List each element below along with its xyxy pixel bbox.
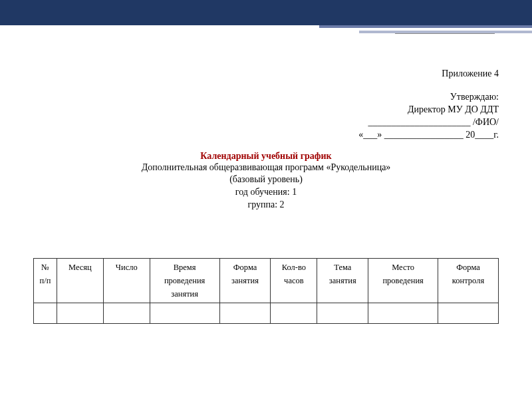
col-header-6: Темазанятия: [317, 259, 368, 303]
cell-7: [368, 303, 438, 324]
study-year: год обучения: 1: [33, 186, 499, 199]
approve-line-2: Директор МУ ДО ДДТ: [33, 104, 499, 116]
page-body: Приложение 4 Утверждаю: Директор МУ ДО Д…: [0, 25, 532, 324]
col-header-8: Формаконтроля: [438, 259, 499, 303]
col-header-5: Кол-вочасов: [271, 259, 317, 303]
col-header-7: Местопроведения: [368, 259, 438, 303]
table-header-row: №п/пМесяцЧислоВремяпроведениязанятияФорм…: [34, 259, 499, 303]
cell-5: [271, 303, 317, 324]
appendix-label: Приложение 4: [33, 68, 499, 79]
cell-4: [219, 303, 271, 324]
table-row: [34, 303, 499, 324]
program-name: Дополнительная общеразвивающая программ …: [33, 162, 499, 174]
cell-6: [317, 303, 368, 324]
schedule-table: №п/пМесяцЧислоВремяпроведениязанятияФорм…: [33, 258, 499, 324]
schedule-table-wrap: №п/пМесяцЧислоВремяпроведениязанятияФорм…: [33, 258, 499, 324]
approve-line-4: «___» _________________ 20____г.: [33, 129, 499, 142]
col-header-1: Месяц: [57, 259, 103, 303]
group-number: группа: 2: [33, 199, 499, 211]
cell-2: [103, 303, 150, 324]
cell-8: [438, 303, 499, 324]
banner-underline: [395, 33, 495, 34]
cell-1: [57, 303, 103, 324]
approve-line-3: ______________________ /ФИО/: [33, 116, 499, 129]
approve-line-1: Утверждаю:: [33, 91, 499, 104]
col-header-0: №п/п: [34, 259, 57, 303]
cell-0: [34, 303, 57, 324]
program-level: (базовый уровень): [33, 174, 499, 186]
col-header-4: Формазанятия: [219, 259, 271, 303]
top-banner: [0, 0, 532, 25]
cell-3: [150, 303, 219, 324]
approval-block: Утверждаю: Директор МУ ДО ДДТ __________…: [33, 91, 499, 142]
col-header-2: Число: [103, 259, 150, 303]
doc-title: Календарный учебный график: [33, 151, 499, 162]
banner-stripe-1: [319, 25, 532, 28]
col-header-3: Времяпроведениязанятия: [150, 259, 219, 303]
